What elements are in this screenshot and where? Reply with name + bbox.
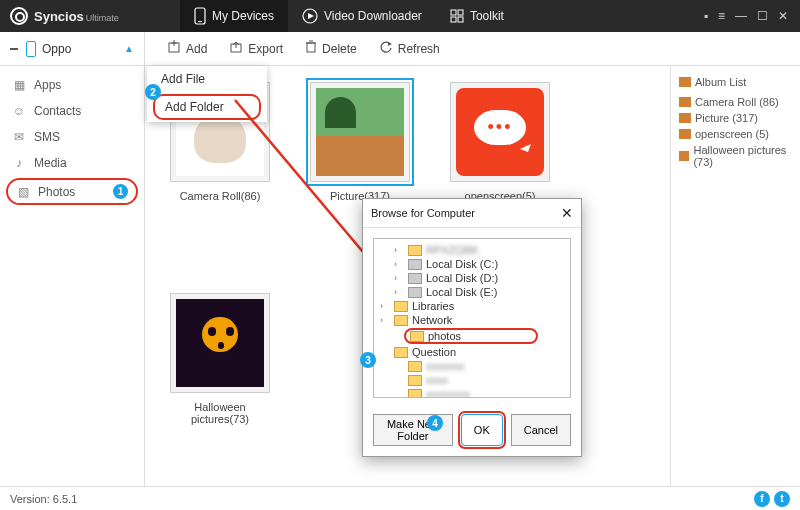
- main-nav: My Devices Video Downloader Toolkit: [180, 0, 518, 32]
- menu-icon[interactable]: ≡: [718, 9, 725, 23]
- tree-node-photos[interactable]: photos: [404, 328, 538, 344]
- version-value: 6.5.1: [53, 493, 77, 505]
- album-list-title: Album List: [679, 76, 794, 88]
- album-list-item[interactable]: Halloween pictures (73): [679, 142, 794, 170]
- svg-marker-15: [388, 42, 392, 46]
- add-dropdown: Add File Add Folder: [147, 66, 267, 122]
- close-button[interactable]: ✕: [778, 9, 788, 23]
- contacts-icon: ☺: [12, 104, 26, 118]
- refresh-button[interactable]: Refresh: [369, 36, 450, 61]
- side-label: SMS: [34, 130, 60, 144]
- album-list-item[interactable]: Picture (317): [679, 110, 794, 126]
- album-picture[interactable]: Picture(317): [305, 82, 415, 202]
- apps-icon: ▦: [12, 78, 26, 92]
- sidebar: ▦Apps ☺Contacts ✉SMS ♪Media ▧Photos1: [0, 66, 145, 486]
- line-icon: [10, 48, 18, 50]
- album-list-item[interactable]: openscreen (5): [679, 126, 794, 142]
- sidebar-item-sms[interactable]: ✉SMS: [0, 124, 144, 150]
- album-openscreen[interactable]: openscreen(5): [445, 82, 555, 202]
- message-icon[interactable]: ▪: [704, 9, 708, 23]
- tree-node-disk-e[interactable]: ›Local Disk (E:): [376, 285, 568, 299]
- btn-label: Export: [248, 42, 283, 56]
- side-label: Apps: [34, 78, 61, 92]
- folder-icon: [679, 77, 691, 87]
- syncios-logo-icon: [10, 7, 28, 25]
- tree-node[interactable]: xxxx: [376, 373, 568, 387]
- sidebar-item-contacts[interactable]: ☺Contacts: [0, 98, 144, 124]
- window-controls: ▪ ≡ — ☐ ✕: [704, 9, 800, 23]
- eject-icon[interactable]: ▲: [124, 43, 134, 54]
- tree-node-disk-d[interactable]: ›Local Disk (D:): [376, 271, 568, 285]
- dialog-title: Browse for Computer: [371, 207, 475, 219]
- side-label: Contacts: [34, 104, 81, 118]
- delete-button[interactable]: Delete: [295, 36, 367, 61]
- svg-rect-4: [451, 10, 456, 15]
- sidebar-item-apps[interactable]: ▦Apps: [0, 72, 144, 98]
- menu-add-folder[interactable]: Add Folder: [153, 94, 261, 120]
- app-name: SynciosUltimate: [34, 9, 119, 24]
- version-label: Version:: [10, 493, 50, 505]
- btn-label: Refresh: [398, 42, 440, 56]
- nav-label: Video Downloader: [324, 9, 422, 23]
- twitter-icon[interactable]: t: [774, 491, 790, 507]
- svg-rect-6: [451, 17, 456, 22]
- app-logo: SynciosUltimate: [0, 7, 180, 25]
- tree-node-libraries[interactable]: ›Libraries: [376, 299, 568, 313]
- cancel-button[interactable]: Cancel: [511, 414, 571, 446]
- sub-toolbar: Oppo ▲ Add Export Delete Refresh: [0, 32, 800, 66]
- album-label: Camera Roll(86): [165, 190, 275, 202]
- social-links: f t: [754, 491, 790, 507]
- facebook-icon[interactable]: f: [754, 491, 770, 507]
- tree-node-question[interactable]: Question: [376, 345, 568, 359]
- sms-icon: ✉: [12, 130, 26, 144]
- nav-video-downloader[interactable]: Video Downloader: [288, 0, 436, 32]
- tree-node[interactable]: xxxxxxx: [376, 359, 568, 373]
- btn-label: Add: [186, 42, 207, 56]
- album-list-item[interactable]: Camera Roll (86): [679, 94, 794, 110]
- maximize-button[interactable]: ☐: [757, 9, 768, 23]
- nav-label: My Devices: [212, 9, 274, 23]
- folder-tree[interactable]: ›RPXZQBK ›Local Disk (C:) ›Local Disk (D…: [373, 238, 571, 398]
- play-icon: [302, 8, 318, 24]
- step-2-badge: 2: [145, 84, 161, 100]
- export-icon: [229, 40, 243, 57]
- btn-label: Delete: [322, 42, 357, 56]
- sidebar-item-photos[interactable]: ▧Photos1: [6, 178, 138, 205]
- device-phone-icon: [26, 41, 36, 57]
- step-4-badge: 4: [427, 415, 443, 431]
- minimize-button[interactable]: —: [735, 9, 747, 23]
- export-button[interactable]: Export: [219, 36, 293, 61]
- tree-node-network[interactable]: ›Network: [376, 313, 568, 327]
- browse-folder-dialog: Browse for Computer ✕ ›RPXZQBK ›Local Di…: [362, 198, 582, 457]
- dialog-titlebar: Browse for Computer ✕: [363, 199, 581, 228]
- folder-icon: [679, 129, 691, 139]
- tree-node[interactable]: ›RPXZQBK: [376, 243, 568, 257]
- folder-icon: [679, 151, 689, 161]
- svg-marker-3: [308, 13, 314, 19]
- device-name: Oppo: [42, 42, 71, 56]
- folder-icon: [679, 113, 691, 123]
- svg-rect-1: [198, 21, 202, 22]
- album-label: Halloween pictures(73): [165, 401, 275, 425]
- device-selector[interactable]: Oppo ▲: [0, 32, 145, 65]
- tree-node-disk-c[interactable]: ›Local Disk (C:): [376, 257, 568, 271]
- sidebar-item-media[interactable]: ♪Media: [0, 150, 144, 176]
- album-halloween[interactable]: Halloween pictures(73): [165, 293, 275, 425]
- svg-rect-12: [307, 43, 315, 52]
- nav-my-devices[interactable]: My Devices: [180, 0, 288, 32]
- svg-rect-7: [458, 17, 463, 22]
- action-toolbar: Add Export Delete Refresh: [145, 32, 450, 65]
- ok-button[interactable]: OK: [461, 414, 503, 446]
- nav-toolkit[interactable]: Toolkit: [436, 0, 518, 32]
- album-thumb: [170, 293, 270, 393]
- menu-add-file[interactable]: Add File: [147, 66, 267, 92]
- title-bar: SynciosUltimate My Devices Video Downloa…: [0, 0, 800, 32]
- album-thumb: [310, 82, 410, 182]
- dialog-close-button[interactable]: ✕: [561, 205, 573, 221]
- add-button[interactable]: Add: [157, 36, 217, 61]
- tree-node[interactable]: xxxxxxxx: [376, 387, 568, 398]
- album-list-panel: Album List Camera Roll (86) Picture (317…: [670, 66, 800, 486]
- folder-icon: [679, 97, 691, 107]
- album-thumb: [450, 82, 550, 182]
- trash-icon: [305, 40, 317, 57]
